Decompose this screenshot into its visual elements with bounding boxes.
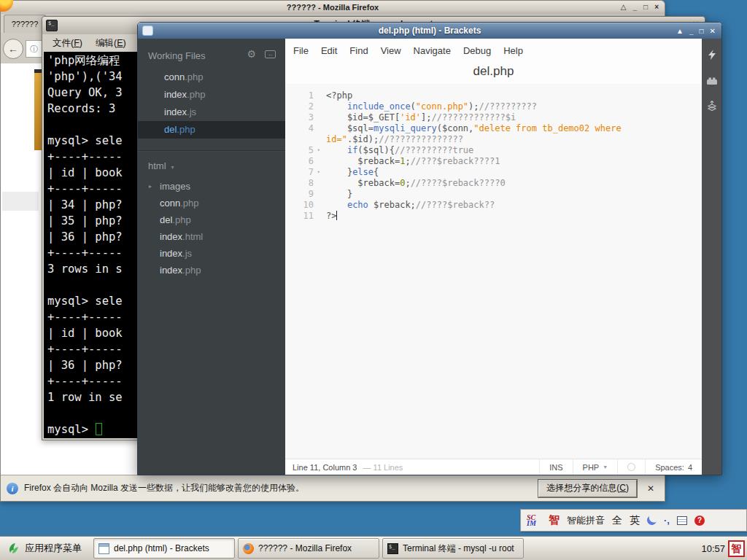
moon-icon[interactable]	[646, 514, 658, 526]
brackets-right-toolbar	[702, 39, 721, 475]
gutter-line: 1	[285, 90, 323, 101]
working-file-item[interactable]: conn.php	[138, 69, 285, 86]
window-control-icon[interactable]: □	[643, 1, 648, 14]
scim-logo-icon[interactable]: SC IM	[527, 515, 541, 526]
ime-tray-icon[interactable]: 智	[728, 540, 745, 557]
menu-navigate[interactable]: Navigate	[414, 45, 451, 56]
window-control-icon[interactable]: ▲	[676, 27, 684, 35]
window-control-icon[interactable]: ✕	[710, 27, 716, 35]
overwrite-toggle[interactable]: INS	[539, 459, 572, 475]
brackets-statusbar: Line 11, Column 3 — 11 Lines INS PHP ▼ S…	[285, 459, 702, 475]
clock[interactable]: 10:57	[701, 537, 725, 560]
gutter-line	[285, 134, 323, 145]
info-icon[interactable]: ⓘ	[30, 44, 38, 53]
code-line[interactable]: $id=$_GET['id'];//????????????$i	[326, 112, 702, 123]
brackets-icon	[98, 543, 109, 554]
brackets-sidebar: Working Files ⚙ ↔ conn.phpindex.phpindex…	[138, 39, 285, 475]
brackets-menubar: FileEditFindViewNavigateDebugHelp	[285, 39, 702, 62]
code-line[interactable]: }	[326, 189, 702, 200]
gutter-line: 10	[285, 200, 323, 211]
help-icon[interactable]: ?	[694, 516, 705, 526]
code-line[interactable]: include_once("conn.php");//?????????	[326, 101, 702, 112]
code-line[interactable]: echo $reback;//????$reback??	[326, 200, 702, 211]
code-line[interactable]: $sql=mysqli_query($conn,"delete from tb_…	[326, 123, 702, 134]
menu-help[interactable]: Help	[503, 45, 523, 56]
firefox-tab[interactable]: ??????	[4, 15, 46, 33]
firefox-titlebar[interactable]: ?????? - Mozilla Firefox △_□×	[1, 1, 665, 14]
code-line[interactable]: <?php	[326, 90, 702, 101]
split-view-icon[interactable]: ↔	[265, 50, 276, 58]
menu-file[interactable]: File	[293, 45, 309, 56]
close-icon[interactable]: ✕	[643, 483, 659, 494]
taskbar-task-button[interactable]: ?????? - Mozilla Firefox	[238, 538, 379, 559]
extension-manager-icon[interactable]	[706, 75, 718, 88]
taskbar-task-button[interactable]: del.php (html) - Brackets	[93, 538, 235, 559]
notification-text: Firefox 会自动向 Mozilla 发送一些数据，让我们能够改善您的使用体…	[24, 482, 304, 494]
working-file-item[interactable]: index.js	[138, 104, 285, 121]
upload-layers-icon[interactable]	[706, 100, 718, 114]
page-decoration	[2, 192, 39, 211]
back-icon[interactable]: ←	[3, 39, 23, 59]
taskbar-task-button[interactable]: Terminal 终端 - mysql -u root	[382, 538, 524, 559]
applications-menu-button[interactable]: 应用程序菜单	[0, 537, 93, 559]
working-file-item[interactable]: del.php	[138, 121, 285, 139]
tree-file-item[interactable]: index.html	[138, 228, 285, 245]
terminal-menu-item[interactable]: 文件(F)	[47, 36, 88, 51]
window-control-icon[interactable]: _	[689, 27, 694, 35]
punctuation-icon[interactable]: ·,	[664, 515, 670, 526]
code-line[interactable]: $reback=1;//???$reback????1	[326, 156, 702, 167]
code-line[interactable]: id=".$id);//??????????????	[326, 134, 702, 145]
menu-debug[interactable]: Debug	[463, 45, 491, 56]
editor-gutter: 12345▾67▾891011	[285, 90, 323, 459]
window-control-icon[interactable]: _	[633, 1, 638, 14]
gutter-line: 7▾	[285, 167, 323, 178]
live-preview-icon[interactable]	[706, 49, 718, 63]
taskbar-tasks: del.php (html) - Brackets?????? - Mozill…	[93, 538, 659, 559]
brackets-controls: ▲_□✕	[676, 23, 716, 39]
menu-find[interactable]: Find	[349, 45, 368, 56]
code-line[interactable]: }else{	[326, 167, 702, 178]
tree-file-item[interactable]: index.php	[138, 262, 285, 279]
tree-file-item[interactable]: del.php	[138, 211, 285, 228]
firefox-notification-bar: i Firefox 会自动向 Mozilla 发送一些数据，让我们能够改善您的使…	[1, 475, 665, 501]
fullwidth-toggle[interactable]: 全	[612, 514, 622, 527]
gutter-line: 2	[285, 101, 323, 112]
punctuation-lang-toggle[interactable]: 英	[630, 514, 640, 527]
gutter-line: 9	[285, 189, 323, 200]
tree-folder-item[interactable]: ▸images	[138, 178, 285, 195]
gutter-line: 8	[285, 178, 323, 189]
indent-settings[interactable]: Spaces: 4	[645, 459, 702, 475]
code-line[interactable]: if($sql){//?????????true	[326, 145, 702, 156]
editor-code[interactable]: <?php include_once("conn.php");//???????…	[323, 90, 702, 459]
chevron-down-icon: ▼	[603, 464, 608, 470]
menu-view[interactable]: View	[381, 45, 401, 56]
taskbar: 应用程序菜单 del.php (html) - Brackets?????? -…	[0, 536, 747, 560]
code-editor[interactable]: 12345▾67▾891011 <?php include_once("conn…	[285, 84, 702, 459]
menu-edit[interactable]: Edit	[321, 45, 337, 56]
code-line[interactable]: $reback=0;//????$reback????0	[326, 178, 702, 189]
tree-file-item[interactable]: conn.php	[138, 195, 285, 211]
terminal-menu-item[interactable]: 编辑(E)	[90, 36, 132, 51]
code-line[interactable]: ?>	[326, 211, 702, 222]
window-control-icon[interactable]: △	[621, 1, 627, 14]
choose-share-info-button[interactable]: 选择想分享的信息(C)	[538, 480, 637, 497]
gutter-line: 11	[285, 211, 323, 222]
keyboard-icon[interactable]	[677, 516, 687, 525]
extension-status[interactable]	[617, 459, 645, 475]
brackets-app-icon	[142, 26, 153, 36]
gutter-line: 3	[285, 112, 323, 123]
language-selector[interactable]: PHP ▼	[573, 459, 618, 475]
working-file-item[interactable]: index.php	[138, 86, 285, 104]
app-menu-label: 应用程序菜单	[25, 542, 82, 555]
gutter-line: 6	[285, 156, 323, 167]
window-control-icon[interactable]: ×	[654, 1, 659, 14]
brackets-titlebar[interactable]: del.php (html) - Brackets ▲_□✕	[138, 23, 721, 39]
ime-badge[interactable]: 智	[549, 513, 560, 527]
terminal-icon	[387, 543, 398, 554]
document-title: del.php	[285, 62, 702, 84]
tree-file-item[interactable]: index.js	[138, 245, 285, 262]
ime-name[interactable]: 智能拼音	[567, 514, 605, 527]
window-control-icon[interactable]: □	[700, 27, 704, 35]
gear-icon[interactable]: ⚙	[247, 48, 256, 60]
project-dropdown[interactable]: html▾	[138, 151, 285, 178]
